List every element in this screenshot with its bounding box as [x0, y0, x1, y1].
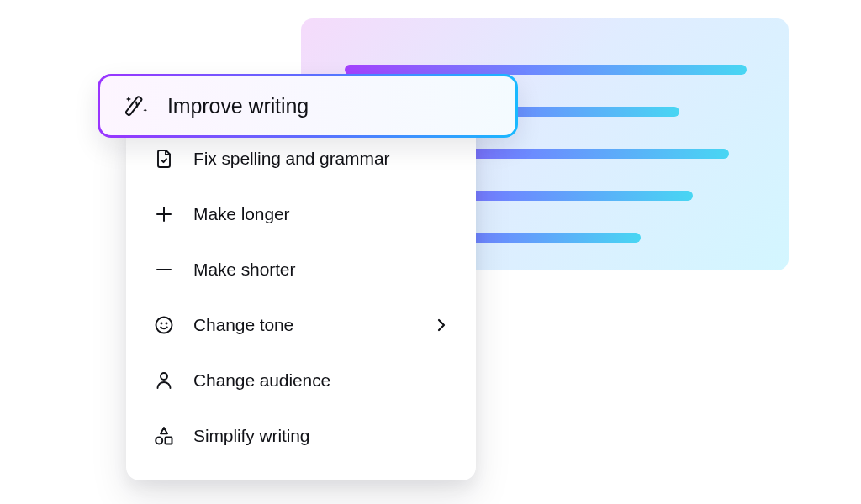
svg-rect-9 — [166, 438, 172, 444]
magic-wand-icon — [125, 95, 149, 117]
menu-item-label: Make longer — [193, 204, 289, 224]
svg-point-3 — [156, 318, 172, 333]
menu-item-make-shorter[interactable]: Make shorter — [126, 242, 476, 297]
svg-point-6 — [161, 373, 167, 380]
stage: Fix spelling and grammar Make longer Mak… — [0, 0, 861, 504]
menu-item-label: Change tone — [193, 315, 293, 335]
chevron-right-icon — [434, 318, 449, 333]
person-icon — [153, 370, 175, 391]
smile-icon — [153, 315, 175, 335]
menu-item-improve-writing[interactable]: Improve writing — [98, 74, 518, 138]
svg-point-5 — [166, 323, 167, 324]
menu-item-change-tone[interactable]: Change tone — [126, 297, 476, 353]
document-check-icon — [153, 149, 175, 169]
menu-item-label: Change audience — [193, 370, 330, 391]
menu-item-label: Make shorter — [193, 260, 295, 280]
svg-point-4 — [161, 323, 162, 324]
svg-marker-7 — [161, 428, 167, 433]
shapes-icon — [153, 427, 175, 445]
menu-item-label: Simplify writing — [193, 426, 309, 446]
svg-point-8 — [156, 438, 162, 444]
plus-icon — [153, 205, 175, 223]
minus-icon — [153, 260, 175, 279]
menu-item-highlighted-inner[interactable]: Improve writing — [100, 76, 515, 135]
menu-item-label: Fix spelling and grammar — [193, 149, 389, 169]
ai-writing-menu: Fix spelling and grammar Make longer Mak… — [126, 119, 476, 480]
menu-item-change-audience[interactable]: Change audience — [126, 353, 476, 408]
menu-item-label: Improve writing — [167, 94, 309, 118]
menu-item-fix-spelling[interactable]: Fix spelling and grammar — [126, 131, 476, 186]
menu-item-simplify-writing[interactable]: Simplify writing — [126, 408, 476, 464]
menu-item-make-longer[interactable]: Make longer — [126, 186, 476, 242]
